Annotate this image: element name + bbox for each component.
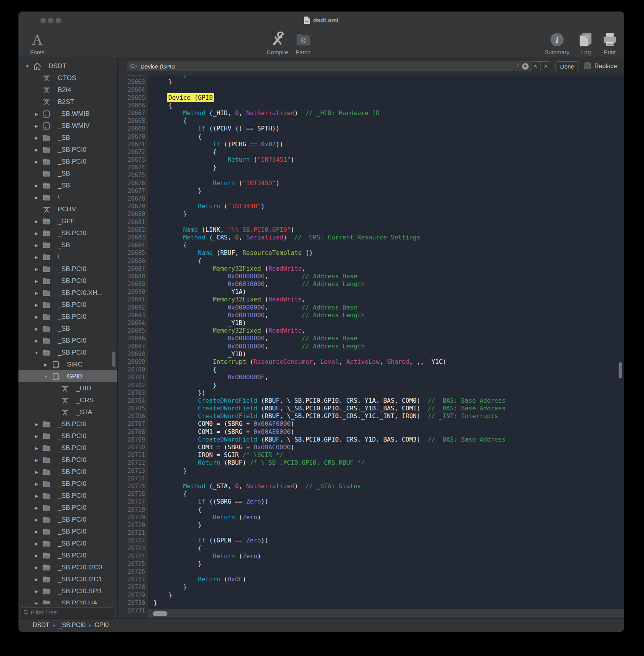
- disclosure-triangle-icon[interactable]: ▶: [34, 195, 39, 200]
- disclosure-triangle-icon[interactable]: ▼: [34, 350, 39, 355]
- tree-item-sbpci0[interactable]: ▶_SB.PCI0: [18, 156, 117, 167]
- disclosure-triangle-icon[interactable]: ▶: [34, 338, 39, 343]
- disclosure-triangle-icon[interactable]: ▶: [34, 529, 39, 534]
- tree-item-sbpci0[interactable]: ▶_SB.PCI0: [18, 263, 117, 275]
- tree-item-sbpci0[interactable]: ▶_SB.PCI0: [18, 430, 117, 442]
- code-editor[interactable]: 2066220663206642066520666206672066820669…: [118, 75, 624, 618]
- h-scrollbar-thumb[interactable]: [153, 611, 167, 616]
- tree-item-sbpci0[interactable]: ▶_SB.PCI0: [18, 466, 117, 478]
- tree-item-dsdt[interactable]: ▼DSDT: [18, 60, 117, 72]
- replace-checkbox[interactable]: [584, 62, 591, 69]
- h-scrollbar-track[interactable]: [148, 609, 624, 618]
- tree-item-sbpci0[interactable]: ▶_SB.PCI0: [18, 478, 117, 490]
- tree-item-sbpci0i2c0[interactable]: ▶_SB.PCI0.I2C0: [18, 561, 117, 573]
- disclosure-triangle-icon[interactable]: ▶: [34, 111, 39, 116]
- find-input[interactable]: Device (GPI0 1 ✕: [127, 61, 532, 71]
- breadcrumb-item-dsdt[interactable]: DSDT: [33, 622, 50, 629]
- done-button[interactable]: Done: [555, 61, 579, 71]
- tree-item-sbpci0[interactable]: ▶_SB.PCI0: [18, 454, 117, 466]
- disclosure-triangle-icon[interactable]: ▶: [34, 326, 39, 331]
- disclosure-triangle-icon[interactable]: ▶: [34, 314, 39, 319]
- disclosure-triangle-icon[interactable]: ▶: [34, 231, 39, 236]
- disclosure-triangle-icon[interactable]: ▶: [34, 445, 39, 450]
- tree-item-sirc[interactable]: ▶SIRC: [18, 358, 117, 370]
- tree-item-gtos[interactable]: GTOS: [18, 72, 117, 84]
- disclosure-triangle-icon[interactable]: ▶: [34, 123, 39, 128]
- tree-item-sbpci0[interactable]: ▶_SB.PCI0: [18, 299, 117, 311]
- clear-search-button[interactable]: ✕: [522, 63, 529, 70]
- disclosure-triangle-icon[interactable]: ▶: [34, 553, 39, 558]
- tree-item-sbpci0[interactable]: ▶_SB.PCI0: [18, 537, 117, 549]
- disclosure-triangle-icon[interactable]: ▶: [34, 266, 39, 271]
- tree-item-gpi0[interactable]: ▼GPI0: [18, 370, 117, 382]
- tree-item-[interactable]: ▶\: [18, 191, 117, 203]
- tree-item-gpe[interactable]: ▶_GPE: [18, 215, 117, 227]
- disclosure-triangle-icon[interactable]: ▶: [34, 565, 39, 570]
- tree-item-sbpci0spi1[interactable]: ▶_SB.PCI0.SPI1: [18, 585, 117, 597]
- tree-item-pchv[interactable]: PCHV: [18, 203, 117, 215]
- breadcrumb-item-sbpci0[interactable]: _SB.PCI0: [58, 622, 85, 629]
- disclosure-triangle-icon[interactable]: ▶: [34, 433, 39, 438]
- disclosure-triangle-icon[interactable]: ▶: [34, 469, 39, 474]
- tree-item-sbpci0[interactable]: ▶_SB.PCI0: [18, 144, 117, 156]
- tree-item-sta[interactable]: _STA: [18, 406, 117, 418]
- tree-item-sb[interactable]: ▶_SB: [18, 239, 117, 251]
- disclosure-triangle-icon[interactable]: ▶: [34, 302, 39, 307]
- fonts-button[interactable]: A Fonts: [24, 30, 51, 55]
- tree-item-b2i4[interactable]: B2I4: [18, 84, 117, 96]
- tree-item-sbpci0[interactable]: ▶_SB.PCI0: [18, 227, 117, 239]
- tree-item-sbpci0[interactable]: ▶_SB.PCI0: [18, 442, 117, 454]
- disclosure-triangle-icon[interactable]: ▶: [34, 135, 39, 140]
- tree-item-sbpci0i2c1[interactable]: ▶_SB.PCI0.I2C1: [18, 573, 117, 585]
- print-button[interactable]: Print: [599, 30, 620, 55]
- disclosure-triangle-icon[interactable]: ▶: [34, 290, 39, 295]
- disclosure-triangle-icon[interactable]: ▶: [34, 243, 39, 248]
- tree-item-sbpci0[interactable]: ▼_SB.PCI0: [18, 346, 117, 358]
- tree-item-sbpci0[interactable]: ▶_SB.PCI0: [18, 418, 117, 430]
- tree-item-sbpci0[interactable]: ▶_SB.PCI0: [18, 514, 117, 525]
- tree-item-b2st[interactable]: B2ST: [18, 96, 117, 108]
- disclosure-triangle-icon[interactable]: ▶: [34, 422, 39, 427]
- tree-item-sbpci0[interactable]: ▶_SB.PCI0: [18, 525, 117, 537]
- breadcrumb-item-gpi0[interactable]: GPI0: [95, 622, 108, 629]
- disclosure-triangle-icon[interactable]: ▶: [34, 278, 39, 283]
- tree-item-hid[interactable]: _HID: [18, 382, 117, 394]
- disclosure-triangle-icon[interactable]: ▶: [34, 481, 39, 486]
- tree-item-sbpci0[interactable]: ▶_SB.PCI0: [18, 549, 117, 561]
- tree-item-crs[interactable]: _CRS: [18, 394, 117, 406]
- disclosure-triangle-icon[interactable]: ▼: [25, 64, 30, 69]
- disclosure-triangle-icon[interactable]: ▶: [34, 183, 39, 188]
- disclosure-triangle-icon[interactable]: ▶: [34, 219, 39, 224]
- tree-item-sb[interactable]: ▶_SB: [18, 132, 117, 144]
- disclosure-triangle-icon[interactable]: ▶: [34, 147, 39, 152]
- tree-item-sbpci0[interactable]: ▶_SB.PCI0: [18, 275, 117, 287]
- tree-item-sbpci0[interactable]: ▶_SB.PCI0: [18, 311, 117, 323]
- log-button[interactable]: Log: [576, 30, 596, 55]
- sidebar-scrollbar-thumb[interactable]: [112, 351, 115, 367]
- filter-tree-input[interactable]: Filter Tree: [20, 607, 115, 617]
- tree-item-sbpci0[interactable]: ▶_SB.PCI0: [18, 335, 117, 346]
- disclosure-triangle-icon[interactable]: ▶: [43, 362, 48, 367]
- tree-item-sb[interactable]: _SB: [18, 167, 117, 179]
- tree-item-[interactable]: ▶\: [18, 251, 117, 263]
- tree-item-sbpci0[interactable]: ▶_SB.PCI0: [18, 502, 117, 514]
- disclosure-triangle-icon[interactable]: ▶: [34, 541, 39, 546]
- tree-item-sbpci0xh[interactable]: ▶_SB.PCI0.XH...: [18, 287, 117, 299]
- patch-button[interactable]: ⚙ Patch: [292, 30, 314, 55]
- tree-item-sbpci0[interactable]: ▶_SB.PCI0: [18, 490, 117, 502]
- disclosure-triangle-icon[interactable]: ▶: [34, 493, 39, 498]
- disclosure-triangle-icon[interactable]: ▶: [34, 577, 39, 582]
- disclosure-triangle-icon[interactable]: ▶: [34, 589, 39, 594]
- disclosure-triangle-icon[interactable]: ▶: [34, 505, 39, 510]
- disclosure-triangle-icon[interactable]: ▶: [34, 457, 39, 462]
- v-scrollbar-thumb[interactable]: [619, 362, 622, 378]
- disclosure-triangle-icon[interactable]: ▶: [34, 601, 39, 604]
- disclosure-triangle-icon[interactable]: ▶: [34, 159, 39, 164]
- tree-item-sbwmiv[interactable]: ▶_SB.WMIV: [18, 120, 117, 132]
- tree-item-sb[interactable]: ▶_SB: [18, 179, 117, 191]
- disclosure-triangle-icon[interactable]: ▶: [34, 254, 39, 259]
- prev-match-button[interactable]: <: [530, 62, 541, 71]
- tree-item-sbpci0ua[interactable]: ▶_SB.PCI0.UA...: [18, 597, 117, 604]
- disclosure-triangle-icon[interactable]: ▶: [34, 517, 39, 522]
- summary-button[interactable]: i Summary: [543, 30, 571, 55]
